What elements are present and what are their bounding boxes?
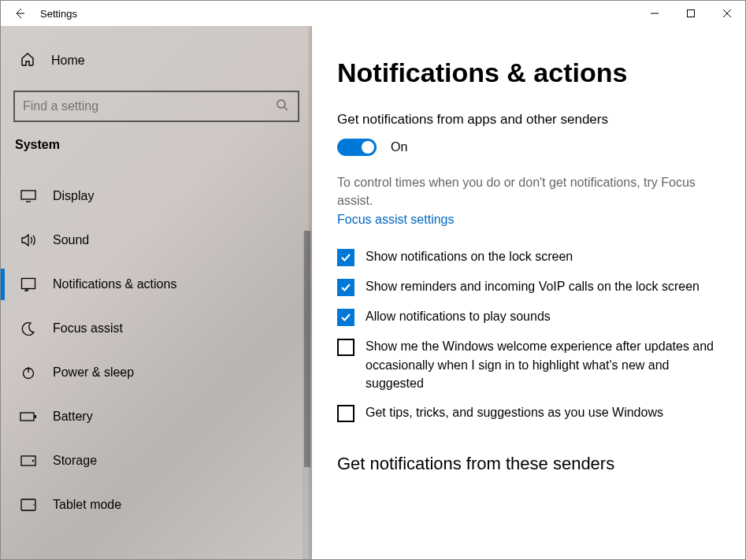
home-icon [20,51,35,70]
notifications-toggle-row: On [337,139,722,156]
checkbox-row: Allow notifications to play sounds [337,307,722,326]
checkbox-row: Show me the Windows welcome experience a… [337,337,722,392]
minimize-button[interactable] [637,1,673,26]
arrow-left-icon [13,7,26,20]
checkbox-list: Show notifications on the lock screenSho… [337,247,722,422]
sidebar-item-label: Display [53,189,94,203]
maximize-icon [686,9,696,18]
checkbox[interactable] [337,309,354,326]
sidebar-item-label: Sound [53,233,89,247]
focus-assist-link[interactable]: Focus assist settings [337,213,455,227]
svg-rect-6 [35,415,36,418]
nav-list: Display Sound Notifications & actions Fo… [1,174,312,527]
search-icon [276,98,288,114]
checkbox[interactable] [337,279,354,296]
checkbox-label: Show me the Windows welcome experience a… [366,337,722,392]
sidebar-item-focus-assist[interactable]: Focus assist [1,306,312,350]
notifications-icon [20,277,37,291]
sidebar-item-label: Storage [53,454,97,468]
focus-assist-description: To control times when you do or don't ge… [337,173,722,210]
sidebar-item-label: Notifications & actions [53,277,176,291]
sidebar-item-label: Focus assist [53,321,123,336]
sidebar-item-display[interactable]: Display [1,174,312,218]
window-title: Settings [39,8,77,20]
svg-point-10 [33,504,35,506]
settings-window: Settings Home System Display [0,0,746,560]
sidebar-item-battery[interactable]: Battery [1,395,312,439]
sidebar: Home System Display Sound Notifications [1,26,312,559]
svg-rect-3 [22,279,35,289]
scrollbar-thumb[interactable] [304,231,310,467]
check-icon [340,252,351,263]
svg-rect-0 [688,10,695,17]
display-icon [20,190,37,202]
maximize-button[interactable] [673,1,709,26]
checkbox-row: Show notifications on the lock screen [337,247,722,266]
back-button[interactable] [1,1,39,26]
titlebar: Settings [1,1,745,26]
battery-icon [20,411,37,422]
checkbox[interactable] [337,405,354,422]
sidebar-item-label: Tablet mode [53,498,121,512]
sidebar-item-power[interactable]: Power & sleep [1,350,312,395]
sidebar-item-tablet[interactable]: Tablet mode [1,483,312,527]
sidebar-scrollbar[interactable] [302,231,312,560]
home-label: Home [51,54,85,68]
checkbox-label: Show reminders and incoming VoIP calls o… [366,277,700,295]
toggle-heading: Get notifications from apps and other se… [337,112,722,128]
checkbox[interactable] [337,249,354,266]
check-icon [340,312,351,323]
tablet-icon [20,499,37,511]
toggle-state-label: On [391,140,407,154]
close-icon [722,9,732,18]
minimize-icon [650,9,659,18]
notifications-toggle[interactable] [337,139,377,156]
toggle-knob [362,141,374,154]
check-icon [340,282,351,293]
moon-icon [20,321,37,336]
svg-rect-2 [21,191,35,199]
sidebar-item-storage[interactable]: Storage [1,439,312,483]
body: Home System Display Sound Notifications [1,26,745,559]
checkbox-label: Show notifications on the lock screen [366,247,573,265]
home-button[interactable]: Home [1,43,312,78]
checkbox[interactable] [337,339,354,356]
svg-point-1 [277,100,285,108]
storage-icon [20,455,37,466]
sidebar-item-sound[interactable]: Sound [1,218,312,262]
sound-icon [20,233,37,247]
page-title: Notifications & actions [337,57,722,88]
search-box[interactable] [13,91,299,122]
power-icon [20,365,37,380]
svg-rect-5 [20,413,34,421]
checkbox-label: Get tips, tricks, and suggestions as you… [366,403,663,421]
senders-heading: Get notifications from these senders [337,454,722,474]
search-input[interactable] [23,99,276,113]
checkbox-label: Allow notifications to play sounds [366,307,551,325]
svg-point-8 [32,460,34,462]
category-heading: System [1,138,312,160]
sidebar-item-notifications[interactable]: Notifications & actions [1,262,312,306]
close-button[interactable] [709,1,745,26]
main-panel: Notifications & actions Get notification… [312,26,745,559]
sidebar-item-label: Power & sleep [53,365,134,380]
checkbox-row: Get tips, tricks, and suggestions as you… [337,403,722,422]
checkbox-row: Show reminders and incoming VoIP calls o… [337,277,722,296]
sidebar-item-label: Battery [53,410,93,424]
